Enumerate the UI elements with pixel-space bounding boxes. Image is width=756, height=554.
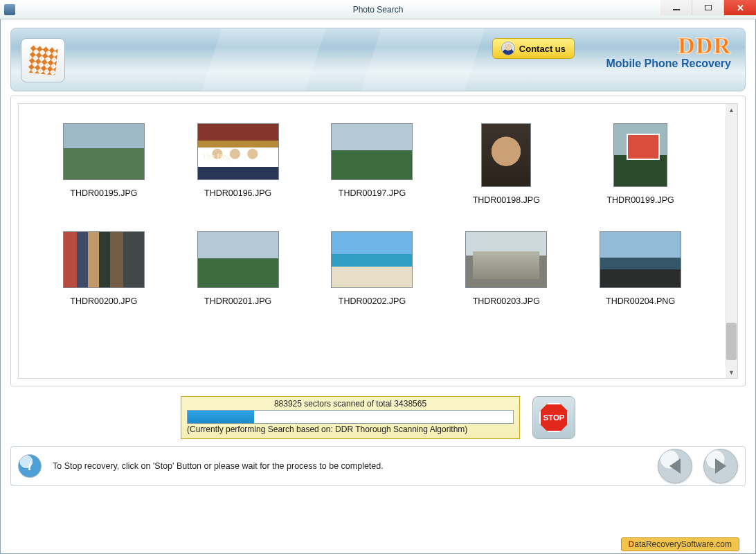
thumbnail-item[interactable]: THDR00196.JPG	[171, 123, 305, 205]
scroll-thumb[interactable]	[726, 323, 737, 360]
gallery-panel: THDR00195.JPG THDR00196.JPG THDR00197.JP…	[18, 103, 738, 379]
thumbnail-filename: THDR00199.JPG	[606, 195, 674, 205]
thumbnail-filename: THDR00196.JPG	[204, 188, 271, 198]
thumbnail-filename: THDR00198.JPG	[473, 195, 540, 205]
info-bar: i To Stop recovery, click on 'Stop' Butt…	[10, 446, 746, 486]
maximize-icon	[705, 5, 712, 10]
back-button[interactable]	[658, 449, 692, 483]
thumbnail-filename: THDR00200.JPG	[70, 296, 137, 306]
app-icon	[4, 4, 15, 15]
window-title: Photo Search	[0, 5, 756, 15]
progress-algorithm-text: (Currently performing Search based on: D…	[187, 425, 514, 434]
thumbnail-filename: THDR00197.JPG	[339, 188, 406, 198]
thumbnail-item[interactable]: THDR00199.JPG	[573, 123, 708, 205]
thumbnail-image	[331, 123, 413, 180]
scrollbar[interactable]: ▲ ▼	[726, 104, 737, 378]
gallery-scroll-area: THDR00195.JPG THDR00196.JPG THDR00197.JP…	[19, 104, 737, 378]
arrow-right-icon	[715, 458, 726, 474]
thumbnail-image	[63, 231, 145, 288]
thumbnail-image	[600, 231, 681, 288]
thumbnail-item[interactable]: THDR00204.PNG	[573, 231, 708, 306]
brand: DDR Mobile Phone Recovery	[606, 33, 732, 70]
brand-subtitle: Mobile Phone Recovery	[606, 57, 732, 70]
titlebar: Photo Search ✕	[0, 0, 756, 19]
stop-button[interactable]: STOP	[532, 396, 575, 439]
watermark-text: ataRecoverySoftware.com	[634, 539, 732, 549]
header-banner: Contact us DDR Mobile Phone Recovery	[10, 28, 746, 91]
info-icon: i	[18, 454, 42, 478]
window-body: Contact us DDR Mobile Phone Recovery THD…	[0, 19, 756, 554]
app-logo-icon	[28, 45, 58, 75]
thumbnail-item[interactable]: THDR00197.JPG	[305, 123, 440, 205]
thumbnail-filename: THDR00203.JPG	[473, 296, 540, 306]
thumbnail-item[interactable]: THDR00200.JPG	[37, 231, 171, 306]
thumbnail-image	[197, 123, 279, 180]
next-button[interactable]	[703, 449, 738, 483]
thumbnail-image	[331, 231, 413, 288]
thumbnail-image	[481, 123, 531, 187]
contact-label: Contact us	[519, 44, 566, 54]
stop-icon: STOP	[539, 403, 568, 432]
progress-bar	[187, 410, 514, 424]
scroll-up-button[interactable]: ▲	[726, 104, 737, 116]
minimize-button[interactable]	[660, 0, 692, 15]
progress-panel: 883925 sectors scanned of total 3438565 …	[181, 396, 520, 439]
thumbnail-filename: THDR00202.JPG	[339, 296, 406, 306]
thumbnail-item[interactable]: THDR00202.JPG	[305, 231, 440, 306]
brand-logo-text: DDR	[606, 33, 732, 59]
scroll-down-button[interactable]: ▼	[726, 366, 737, 378]
thumbnail-filename: THDR00204.PNG	[606, 296, 675, 306]
thumbnail-image	[197, 231, 279, 288]
thumbnail-image	[613, 123, 667, 187]
progress-bar-fill	[188, 411, 254, 423]
thumbnail-image	[63, 123, 145, 180]
close-icon: ✕	[737, 3, 744, 13]
contact-us-button[interactable]: Contact us	[492, 38, 575, 59]
watermark-link[interactable]: DataRecoverySoftware.com	[621, 537, 739, 551]
thumbnail-item[interactable]: THDR00198.JPG	[439, 123, 573, 205]
thumbnail-item[interactable]: THDR00201.JPG	[171, 231, 305, 306]
thumbnail-image	[465, 231, 547, 288]
close-button[interactable]: ✕	[724, 0, 756, 15]
thumbnail-item[interactable]: THDR00203.JPG	[439, 231, 573, 306]
progress-status-text: 883925 sectors scanned of total 3438565	[187, 399, 514, 409]
minimize-icon	[673, 9, 680, 10]
progress-row: 883925 sectors scanned of total 3438565 …	[10, 396, 746, 439]
content-frame: THDR00195.JPG THDR00196.JPG THDR00197.JP…	[10, 96, 746, 386]
info-text: To Stop recovery, click on 'Stop' Button…	[53, 461, 647, 471]
thumbnail-item[interactable]: THDR00195.JPG	[37, 123, 171, 205]
app-logo-button[interactable]	[21, 38, 65, 82]
thumbnail-filename: THDR00195.JPG	[70, 188, 137, 198]
thumbnail-grid: THDR00195.JPG THDR00196.JPG THDR00197.JP…	[19, 104, 726, 313]
maximize-button[interactable]	[692, 0, 724, 15]
window-controls: ✕	[660, 0, 756, 15]
arrow-left-icon	[669, 458, 681, 474]
person-icon	[501, 42, 515, 55]
thumbnail-filename: THDR00201.JPG	[204, 296, 271, 306]
